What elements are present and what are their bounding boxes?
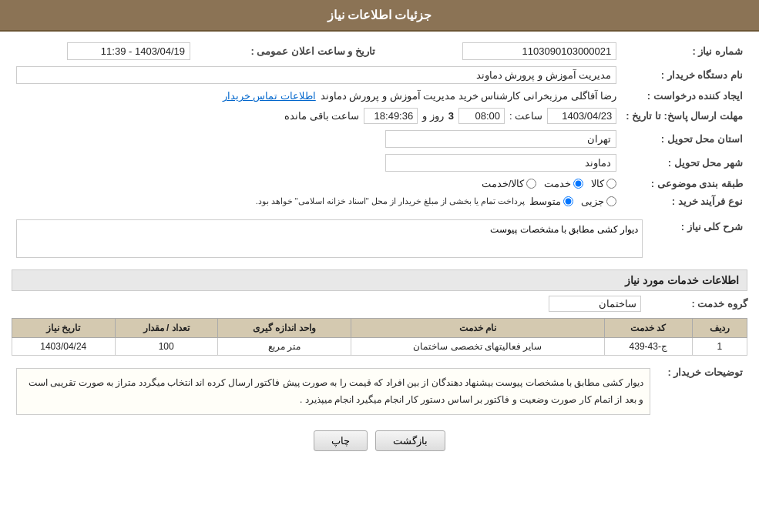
- row-shahr: شهر محل تحویل : دماوند: [12, 151, 747, 175]
- mohlat-roz-label: روز و: [422, 110, 444, 122]
- farayand-joz-input[interactable]: [606, 196, 616, 206]
- row-tabaqe: طبقه بندی موضوعی : کالا خدمت: [12, 175, 747, 192]
- farayand-joz: جزیی: [581, 196, 616, 207]
- mohlat-roz-value: 3: [448, 110, 454, 122]
- mohlat-label: مهلت ارسال پاسخ: تا تاریخ :: [621, 105, 747, 127]
- cell-radif: 1: [692, 338, 747, 356]
- row-mohlat: مهلت ارسال پاسخ: تا تاریخ : 1403/04/23 س…: [12, 105, 747, 127]
- sharh-label: شرح کلی نیاز :: [647, 216, 747, 263]
- farayand-radio-group: جزیی متوسط: [529, 196, 616, 207]
- table-header-row: ردیف کد خدمت نام خدمت واحد اندازه گیری ت…: [12, 319, 747, 338]
- th-kod: کد خدمت: [604, 319, 692, 338]
- tabaqe-kala-label: کالا: [591, 178, 604, 189]
- tabaqe-khedmat-input[interactable]: [573, 179, 583, 189]
- dastgah-value: مدیریت آموزش و پرورش دماوند: [16, 66, 616, 84]
- farayand-mota-input[interactable]: [563, 196, 573, 206]
- row-dastgah: نام دستگاه خریدار : مدیریت آموزش و پرورش…: [12, 63, 747, 87]
- ij-label: ایجاد کننده درخواست :: [621, 87, 747, 105]
- tosi-label: توضیحات خریدار :: [655, 362, 747, 421]
- ostan-value: تهران: [385, 130, 616, 148]
- th-nam: نام خدمت: [351, 319, 604, 338]
- row-ostan: استان محل تحویل : تهران: [12, 127, 747, 151]
- tabaqe-kala-input[interactable]: [606, 179, 616, 189]
- mohlat-remaining: 18:49:36: [364, 108, 418, 124]
- row-shomara: شماره نیاز : 1103090103000021 تاریخ و سا…: [12, 39, 747, 63]
- button-bar: بازگشت چاپ: [12, 430, 747, 451]
- ij-link[interactable]: اطلاعات تماس خریدار: [223, 90, 316, 102]
- mohlat-saat: 08:00: [458, 108, 505, 124]
- services-table: ردیف کد خدمت نام خدمت واحد اندازه گیری ت…: [12, 318, 747, 356]
- ostan-label: استان محل تحویل :: [621, 127, 747, 151]
- print-button[interactable]: چاپ: [314, 430, 368, 451]
- tabaqe-radio-khedmat: خدمت: [544, 178, 583, 189]
- tabaqe-label: طبقه بندی موضوعی :: [621, 175, 747, 192]
- th-vahed: واحد اندازه گیری: [217, 319, 351, 338]
- cell-tarikh: 1403/04/24: [12, 338, 116, 356]
- row-ij: ایجاد کننده درخواست : رضا آفاگلی مرزبخرا…: [12, 87, 747, 105]
- sharh-table: شرح کلی نیاز :: [12, 216, 747, 263]
- farayand-mota-label: متوسط: [529, 196, 561, 207]
- table-head: ردیف کد خدمت نام خدمت واحد اندازه گیری ت…: [12, 319, 747, 338]
- tarikh-label: تاریخ و ساعت اعلان عمومی :: [195, 39, 380, 63]
- goroh-row: گروه خدمت : ساختمان: [12, 296, 747, 312]
- mohlat-saat-label: ساعت :: [509, 110, 542, 122]
- tabaqe-khedmat-label: خدمت: [544, 178, 571, 189]
- main-info-table: شماره نیاز : 1103090103000021 تاریخ و سا…: [12, 39, 747, 210]
- dastgah-label: نام دستگاه خریدار :: [621, 63, 747, 87]
- goroh-label: گروه خدمت :: [647, 298, 747, 309]
- shahr-label: شهر محل تحویل :: [621, 151, 747, 175]
- content-area: شماره نیاز : 1103090103000021 تاریخ و سا…: [0, 32, 759, 465]
- tosi-table: توضیحات خریدار : دیوار کشی مطابق با مشخص…: [12, 362, 747, 421]
- farayand-note: پرداخت تمام یا بخشی از مبلغ خریدار از مح…: [256, 196, 526, 206]
- mohlat-date: 1403/04/23: [547, 108, 616, 124]
- cell-kod: ج-43-439: [604, 338, 692, 356]
- table-body: 1ج-43-439سایر فعالیتهای تخصصی ساختمانمتر…: [12, 338, 747, 356]
- page-wrapper: جزئیات اطلاعات نیاز شماره نیاز : 1103090…: [0, 0, 759, 532]
- row-tosi: توضیحات خریدار : دیوار کشی مطابق با مشخص…: [12, 362, 747, 421]
- row-farayand: نوع فرآیند خرید : جزیی متوسط: [12, 192, 747, 210]
- page-title: جزئیات اطلاعات نیاز: [327, 8, 432, 22]
- goroh-value: ساختمان: [549, 296, 641, 312]
- tabaqe-kala-khedmat-label: کالا/خدمت: [482, 178, 525, 189]
- tabaqe-radio-kala: کالا: [591, 178, 616, 189]
- tosi-value: دیوار کشی مطابق با مشخصات پیوست بیشنهاد …: [16, 368, 650, 415]
- sharh-textarea[interactable]: [16, 219, 643, 258]
- farayand-label: نوع فرآیند خرید :: [621, 192, 747, 210]
- tabaqe-kala-khedmat-input[interactable]: [526, 179, 536, 189]
- tabaqe-radio-kala-khedmat: کالا/خدمت: [482, 178, 537, 189]
- khadamat-section-title: اطلاعات خدمات مورد نیاز: [12, 269, 747, 291]
- farayand-joz-label: جزیی: [581, 196, 604, 207]
- row-sharh: شرح کلی نیاز :: [12, 216, 747, 263]
- tabaqe-radio-group: کالا خدمت کالا/خدمت: [16, 178, 616, 189]
- shomara-label: شماره نیاز :: [621, 39, 747, 63]
- page-header: جزئیات اطلاعات نیاز: [0, 0, 759, 32]
- back-button[interactable]: بازگشت: [375, 430, 445, 451]
- shomara-value: 1103090103000021: [462, 42, 616, 60]
- tarikh-value: 1403/04/19 - 11:39: [67, 42, 190, 60]
- th-tedad: تعداد / مقدار: [115, 319, 217, 338]
- cell-nam: سایر فعالیتهای تخصصی ساختمان: [351, 338, 604, 356]
- shahr-value: دماوند: [385, 154, 616, 172]
- cell-tedad: 100: [115, 338, 217, 356]
- th-tarikh: تاریخ نیاز: [12, 319, 116, 338]
- cell-vahed: متر مربع: [217, 338, 351, 356]
- mohlat-remaining-label: ساعت باقی مانده: [284, 110, 359, 122]
- farayand-mota: متوسط: [529, 196, 573, 207]
- ij-value: رضا آفاگلی مرزبخرانی کارشناس خرید مدیریت…: [321, 90, 617, 102]
- table-row: 1ج-43-439سایر فعالیتهای تخصصی ساختمانمتر…: [12, 338, 747, 356]
- th-radif: ردیف: [692, 319, 747, 338]
